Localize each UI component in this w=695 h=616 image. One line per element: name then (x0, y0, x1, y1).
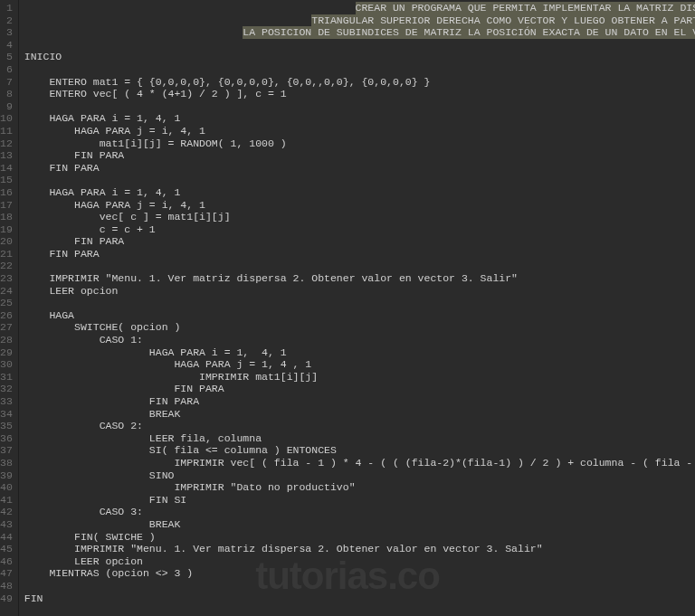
line-number: 24 (0, 285, 13, 298)
line-number: 38 (0, 457, 13, 469)
line-number: 18 (0, 211, 13, 223)
line-number: 17 (0, 199, 13, 212)
code-line[interactable]: FIN PARA (24, 162, 695, 175)
line-number: 12 (0, 137, 13, 150)
code-line[interactable]: HAGA PARA j = i, 4, 1 (24, 125, 695, 137)
code-line[interactable]: IMPRIMIR "Dato no productivo" (24, 481, 695, 494)
code-line[interactable]: ENTERO vec[ ( 4 * (4+1) / 2 ) ], c = 1 (24, 88, 695, 100)
code-line[interactable]: FIN( SWICHE ) (24, 531, 695, 544)
line-number: 27 (0, 321, 13, 334)
code-line[interactable]: TRIANGULAR SUPERIOR DERECHA COMO VECTOR … (24, 14, 695, 27)
code-line[interactable]: BREAK (24, 408, 695, 421)
code-line[interactable]: HAGA PARA i = 1, 4, 1 (24, 346, 695, 359)
line-number: 39 (0, 469, 13, 482)
line-number: 36 (0, 432, 13, 445)
line-number: 42 (0, 506, 13, 518)
line-number: 6 (0, 63, 13, 76)
line-number: 2 (0, 14, 13, 27)
code-line[interactable]: HAGA PARA i = 1, 4, 1 (24, 186, 695, 199)
line-number: 23 (0, 272, 13, 285)
code-line[interactable]: IMPRIMIR mat1[i][j] (24, 371, 695, 384)
line-number: 4 (0, 39, 13, 52)
line-number: 7 (0, 76, 13, 89)
code-line[interactable]: FIN SI (24, 494, 695, 507)
code-line[interactable]: HAGA PARA j = i, 4, 1 (24, 199, 695, 212)
code-line[interactable]: mat1[i][j] = RANDOM( 1, 1000 ) (24, 137, 695, 150)
code-line[interactable]: IMPRIMIR vec[ ( fila - 1 ) * 4 - ( ( (fi… (24, 457, 695, 469)
line-number: 35 (0, 420, 13, 432)
code-line[interactable]: LEER opcion (24, 555, 695, 568)
code-line[interactable]: CREAR UN PROGRAMA QUE PERMITA IMPLEMENTA… (24, 2, 695, 14)
code-line[interactable]: LEER opcion (24, 285, 695, 298)
code-line[interactable]: FIN (24, 592, 695, 605)
line-number: 33 (0, 395, 13, 408)
line-number: 45 (0, 543, 13, 555)
code-line[interactable]: MIENTRAS (opcion <> 3 ) (24, 567, 695, 580)
code-line[interactable]: LEER fila, columna (24, 432, 695, 445)
line-number: 31 (0, 371, 13, 384)
line-number: 15 (0, 174, 13, 186)
code-area[interactable]: CREAR UN PROGRAMA QUE PERMITA IMPLEMENTA… (19, 0, 695, 616)
code-line[interactable] (24, 63, 695, 76)
line-number: 9 (0, 100, 13, 113)
line-number: 34 (0, 408, 13, 421)
code-line[interactable]: vec[ c ] = mat1[i][j] (24, 211, 695, 223)
code-line[interactable]: SWITCHE( opcion ) (24, 321, 695, 334)
line-number: 49 (0, 592, 13, 605)
code-line[interactable]: CASO 1: (24, 334, 695, 346)
line-number: 37 (0, 444, 13, 457)
line-number: 43 (0, 518, 13, 531)
line-number: 13 (0, 149, 13, 162)
line-number: 20 (0, 235, 13, 248)
code-line[interactable]: CASO 2: (24, 420, 695, 432)
line-number: 1 (0, 2, 13, 14)
code-line[interactable]: IMPRIMIR "Menu. 1. Ver matriz dispersa 2… (24, 543, 695, 555)
code-line[interactable]: FIN PARA (24, 383, 695, 395)
code-line[interactable]: SI( fila <= columna ) ENTONCES (24, 444, 695, 457)
code-line[interactable]: FIN PARA (24, 395, 695, 408)
code-line[interactable] (24, 174, 695, 186)
line-number: 29 (0, 346, 13, 359)
line-number: 30 (0, 358, 13, 371)
code-line[interactable] (24, 580, 695, 592)
code-line[interactable]: ENTERO mat1 = { {0,0,0,0}, {0,0,0,0}, {0… (24, 76, 695, 89)
line-number: 3 (0, 26, 13, 39)
code-line[interactable]: FIN PARA (24, 235, 695, 248)
line-number: 22 (0, 260, 13, 272)
line-number: 44 (0, 531, 13, 544)
line-number: 16 (0, 186, 13, 199)
line-number: 21 (0, 248, 13, 261)
code-line[interactable]: FIN PARA (24, 248, 695, 261)
code-line[interactable]: HAGA PARA j = 1, 4 , 1 (24, 358, 695, 371)
code-line[interactable]: HAGA (24, 309, 695, 322)
code-line[interactable] (24, 297, 695, 309)
line-number-gutter: 1234567891011121314151617181920212223242… (0, 0, 19, 616)
line-number: 40 (0, 481, 13, 494)
code-line[interactable]: LA POSICION DE SUBINDICES DE MATRIZ LA P… (24, 26, 695, 39)
code-editor: 1234567891011121314151617181920212223242… (0, 0, 695, 616)
line-number: 41 (0, 494, 13, 507)
line-number: 5 (0, 51, 13, 63)
line-number: 26 (0, 309, 13, 322)
line-number: 48 (0, 580, 13, 592)
line-number: 47 (0, 567, 13, 580)
code-line[interactable] (24, 39, 695, 52)
code-line[interactable] (24, 100, 695, 113)
code-line[interactable]: c = c + 1 (24, 223, 695, 236)
line-number: 11 (0, 125, 13, 137)
code-line[interactable]: BREAK (24, 518, 695, 531)
code-line[interactable]: HAGA PARA i = 1, 4, 1 (24, 112, 695, 125)
code-line[interactable]: CASO 3: (24, 506, 695, 518)
line-number: 8 (0, 88, 13, 100)
line-number: 14 (0, 162, 13, 175)
line-number: 32 (0, 383, 13, 395)
code-line[interactable]: SINO (24, 469, 695, 482)
code-line[interactable]: IMPRIMIR "Menu. 1. Ver matriz dispersa 2… (24, 272, 695, 285)
line-number: 10 (0, 112, 13, 125)
code-line[interactable]: INICIO (24, 51, 695, 63)
line-number: 28 (0, 334, 13, 346)
line-number: 25 (0, 297, 13, 309)
code-line[interactable]: FIN PARA (24, 149, 695, 162)
line-number: 46 (0, 555, 13, 568)
code-line[interactable] (24, 260, 695, 272)
